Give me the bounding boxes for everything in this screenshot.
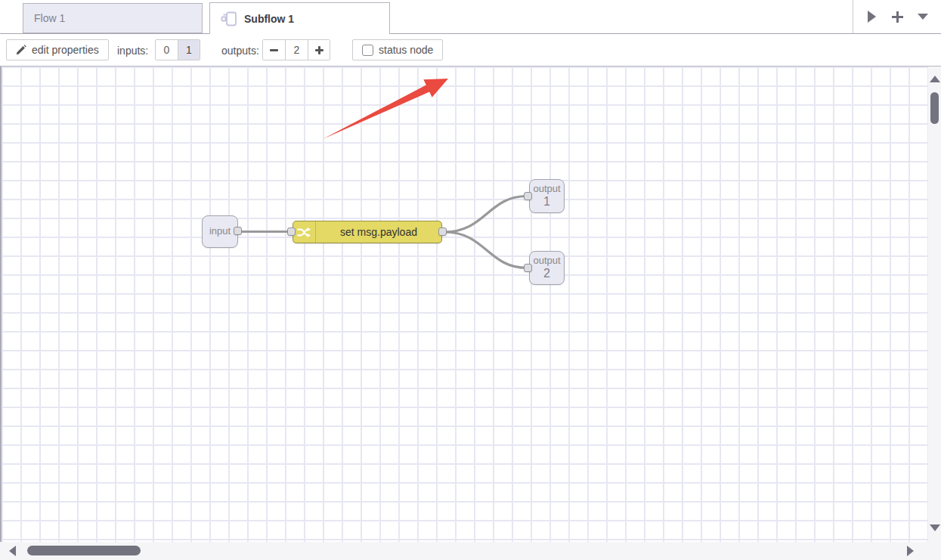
node-icon-box xyxy=(293,221,316,243)
tab-subflow-1[interactable]: Subflow 1 xyxy=(209,2,390,34)
outputs-stepper: 2 xyxy=(262,39,330,60)
minus-icon xyxy=(270,49,278,51)
edit-properties-button[interactable]: edit properties xyxy=(6,39,109,60)
scroll-down-icon xyxy=(930,524,940,531)
horizontal-scrollbar[interactable] xyxy=(0,542,928,560)
scroll-up-button[interactable] xyxy=(928,73,941,85)
scroll-left-icon xyxy=(9,546,16,556)
decrease-outputs-button[interactable] xyxy=(263,40,285,60)
scroll-up-icon xyxy=(930,76,940,82)
inputs-toggle: 0 1 xyxy=(155,39,200,60)
node-label: input xyxy=(209,226,231,237)
edit-properties-label: edit properties xyxy=(32,44,99,56)
inputs-option-1[interactable]: 1 xyxy=(178,40,200,60)
node-change[interactable]: set msg.payload xyxy=(293,221,442,243)
node-subflow-output-2[interactable]: output2 xyxy=(529,251,565,285)
inputs-label: inputs: xyxy=(117,45,148,57)
scroll-tabs-right-icon xyxy=(868,11,876,23)
port-change-in[interactable] xyxy=(287,227,296,236)
wires-layer xyxy=(2,67,928,542)
node-label: output2 xyxy=(533,255,560,280)
outputs-value: 2 xyxy=(285,40,308,60)
tabbar-controls xyxy=(853,0,941,33)
outputs-label: outputs: xyxy=(221,45,259,57)
status-node-label: status node xyxy=(379,44,433,56)
scroll-left-button[interactable] xyxy=(6,544,19,557)
scroll-right-button[interactable] xyxy=(904,544,917,557)
port-output1-in[interactable] xyxy=(524,192,532,200)
port-input-out[interactable] xyxy=(234,227,242,235)
tab-list-dropdown-button[interactable] xyxy=(912,5,933,28)
tab-label: Subflow 1 xyxy=(244,13,294,25)
tab-label: Flow 1 xyxy=(34,12,65,24)
scroll-down-button[interactable] xyxy=(928,521,941,534)
wire-change-to-output2 xyxy=(444,232,527,268)
subflow-toolbar: edit properties inputs: 0 1 outputs: 2 s… xyxy=(0,34,941,67)
add-flow-button[interactable] xyxy=(887,5,908,28)
node-subflow-input[interactable]: input xyxy=(202,215,238,248)
status-node-checkbox[interactable] xyxy=(362,45,373,56)
add-flow-icon xyxy=(892,11,903,23)
node-subflow-output-1[interactable]: output1 xyxy=(529,179,565,213)
scroll-right-icon xyxy=(907,546,914,556)
horizontal-scrollbar-thumb[interactable] xyxy=(27,546,141,555)
port-change-out[interactable] xyxy=(438,227,447,236)
shuffle-icon xyxy=(297,226,311,239)
node-label: set msg.payload xyxy=(316,221,441,243)
increase-outputs-button[interactable] xyxy=(308,40,330,60)
tab-flow-1[interactable]: Flow 1 xyxy=(23,3,203,33)
workspace-tabbar: Flow 1 Subflow 1 xyxy=(0,0,941,34)
node-label: output1 xyxy=(533,184,560,209)
plus-icon xyxy=(315,46,323,54)
status-node-toggle[interactable]: status node xyxy=(352,39,443,60)
node-red-editor: Flow 1 Subflow 1 edit properties inputs:… xyxy=(0,0,941,560)
subflow-icon xyxy=(221,11,237,27)
flow-canvas[interactable]: input set msg.payload output1 output2 xyxy=(0,67,928,542)
pencil-icon xyxy=(16,45,26,55)
inputs-option-0[interactable]: 0 xyxy=(156,40,178,60)
vertical-scrollbar-thumb[interactable] xyxy=(930,92,939,124)
wire-change-to-output1 xyxy=(444,196,527,233)
tab-list-dropdown-icon xyxy=(918,14,928,20)
scroll-tabs-right-button[interactable] xyxy=(861,5,882,28)
vertical-scrollbar[interactable] xyxy=(928,67,941,560)
port-output2-in[interactable] xyxy=(524,264,532,272)
